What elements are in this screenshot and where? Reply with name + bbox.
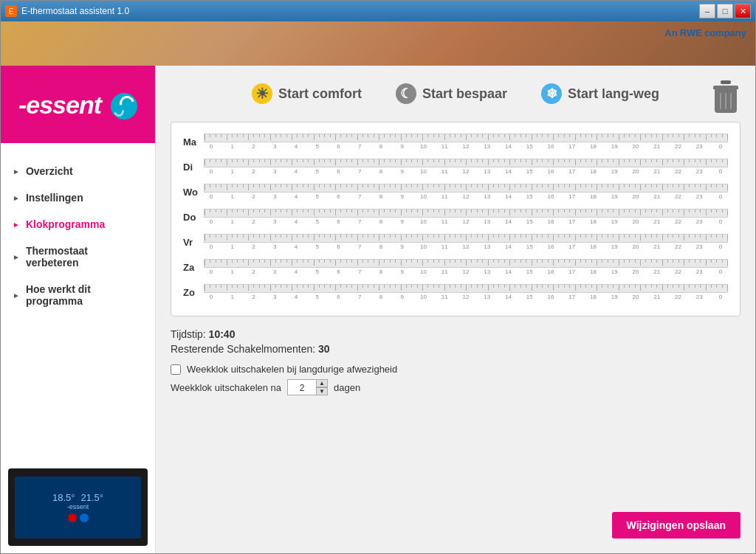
- timeline-hour: 8: [374, 269, 388, 275]
- timeline-hour: 0: [204, 143, 219, 150]
- timeline-hour: 12: [458, 143, 473, 150]
- trash-button[interactable]: [711, 80, 740, 113]
- timeline-hour: 5: [310, 193, 325, 200]
- sidebar-item-hoe-werkt[interactable]: ► Hoe werkt dit programma: [1, 276, 155, 314]
- sidebar-item-thermostaat[interactable]: ► Thermostaat verbeteren: [1, 238, 155, 276]
- timeline-hour: 16: [543, 218, 558, 225]
- timeline-hour: 9: [395, 294, 410, 300]
- timeline-hour: 9: [395, 243, 410, 250]
- thermo-temps: 18.5° 21.5°: [52, 492, 103, 503]
- days-input[interactable]: 2: [287, 379, 317, 395]
- timeline-hour: 13: [480, 218, 495, 225]
- timeline-hour: 0: [204, 269, 219, 275]
- timeline-hour: 19: [607, 168, 622, 175]
- snowflake-icon: ❄: [541, 83, 562, 104]
- thermo-temp1: 18.5°: [52, 492, 75, 503]
- timeline-hour: 19: [607, 269, 622, 275]
- timeline-hour: 8: [374, 168, 388, 175]
- timeline-hour: 16: [543, 168, 558, 175]
- maximize-button[interactable]: □: [717, 4, 733, 18]
- main-window: E E-thermostaat assistent 1.0 – □ ✕ An R…: [0, 0, 756, 554]
- timeline-hour: 22: [671, 243, 686, 250]
- window-title: E-thermostaat assistent 1.0: [21, 6, 129, 16]
- timeline-hour: 2: [247, 193, 261, 200]
- timeline-bar-za[interactable]: [204, 259, 728, 268]
- days-spinner[interactable]: 2 ▲ ▼: [287, 379, 328, 395]
- timeline-bar-di[interactable]: [204, 159, 728, 167]
- timeline-hour: 3: [267, 243, 282, 250]
- timeline-hour: 4: [289, 269, 303, 275]
- timeline-bar-zo[interactable]: [204, 284, 728, 293]
- timeline-numbers-ma: 012345678910111213141516171819202122230: [204, 143, 728, 150]
- timeline-hour: 22: [671, 218, 686, 225]
- timeline-vr[interactable]: 012345678910111213141516171819202122230: [204, 234, 728, 250]
- timeline-bar-do[interactable]: [204, 209, 728, 218]
- thermo-btn-plus[interactable]: [80, 513, 89, 522]
- mode-langweg-button[interactable]: ❄ Start lang-weg: [535, 80, 665, 107]
- timeline-hour: 11: [437, 143, 452, 150]
- timeline-hour: 4: [289, 143, 303, 150]
- day-label-do: Do: [183, 212, 204, 223]
- timeline-hour: 9: [395, 168, 410, 175]
- timeline-hour: 0: [204, 243, 219, 250]
- moon-icon: ☾: [396, 83, 416, 104]
- sun-icon: ☀: [252, 83, 272, 104]
- timeline-hour: 12: [458, 193, 473, 200]
- timeline-hour: 2: [247, 168, 261, 175]
- timeline-bar-wo[interactable]: [204, 184, 728, 193]
- weekklok-checkbox[interactable]: [171, 364, 181, 375]
- sidebar-item-instellingen[interactable]: ► Instellingen: [1, 184, 155, 211]
- timeline-hour: 0: [713, 294, 728, 300]
- weekklok-section: Weekklok uitschakelen bij langdurige afw…: [171, 364, 740, 395]
- minimize-button[interactable]: –: [699, 4, 715, 18]
- close-button[interactable]: ✕: [735, 4, 751, 18]
- nav-arrow-thermostaat: ►: [13, 253, 20, 261]
- timeline-hour: 10: [416, 218, 431, 225]
- rwe-logo: RWE: [680, 27, 702, 38]
- timeline-wo[interactable]: 012345678910111213141516171819202122230: [204, 184, 728, 200]
- spin-up-arrow[interactable]: ▲: [316, 379, 328, 387]
- trash-line-1: [720, 93, 721, 109]
- mode-comfort-button[interactable]: ☀ Start comfort: [246, 80, 368, 107]
- timeline-numbers-di: 012345678910111213141516171819202122230: [204, 168, 728, 175]
- timeline-bar-ma[interactable]: [204, 134, 728, 142]
- mode-bespaar-button[interactable]: ☾ Start bespaar: [390, 80, 513, 107]
- app-icon: E: [5, 5, 17, 17]
- timeline-hour: 5: [310, 143, 325, 150]
- timeline-hour: 9: [395, 143, 410, 150]
- save-button[interactable]: Wijzigingen opslaan: [612, 512, 740, 539]
- tijdstip-label: Tijdstip:: [171, 328, 209, 340]
- timeline-hour: 16: [543, 294, 558, 300]
- timeline-hour: 16: [543, 143, 558, 150]
- thermo-btn-minus[interactable]: [68, 513, 77, 522]
- timeline-hour: 19: [607, 218, 622, 225]
- timeline-numbers-vr: 012345678910111213141516171819202122230: [204, 243, 728, 250]
- timeline-hour: 11: [437, 243, 452, 250]
- timeline-hour: 19: [607, 193, 622, 200]
- weekklok-days-prefix: Weekklok uitschakelen na: [171, 382, 281, 393]
- timeline-hour: 6: [331, 294, 346, 300]
- timeline-hour: 6: [331, 218, 346, 225]
- spin-down-arrow[interactable]: ▼: [316, 387, 328, 395]
- timeline-numbers-wo: 012345678910111213141516171819202122230: [204, 193, 728, 200]
- timeline-hour: 1: [225, 193, 240, 200]
- timeline-zo[interactable]: 012345678910111213141516171819202122230: [204, 284, 728, 300]
- timeline-ma[interactable]: 012345678910111213141516171819202122230: [204, 134, 728, 150]
- timeline-hour: 21: [650, 168, 664, 175]
- tijdstip-value: 10:40: [209, 328, 236, 340]
- timeline-hour: 2: [247, 143, 261, 150]
- timeline-di[interactable]: 012345678910111213141516171819202122230: [204, 159, 728, 175]
- timeline-hour: 8: [374, 243, 388, 250]
- sidebar-item-overzicht[interactable]: ► Overzicht: [1, 158, 155, 184]
- timeline-do[interactable]: 012345678910111213141516171819202122230: [204, 209, 728, 225]
- nav-label-overzicht: Overzicht: [26, 165, 73, 177]
- timeline-za[interactable]: 012345678910111213141516171819202122230: [204, 259, 728, 275]
- schedule-row-do: Do01234567891011121314151617181920212223…: [183, 207, 728, 227]
- mode-comfort-label: Start comfort: [278, 86, 362, 102]
- timeline-hour: 10: [416, 143, 431, 150]
- timeline-bar-vr[interactable]: [204, 234, 728, 243]
- timeline-hour: 8: [374, 193, 388, 200]
- timeline-hour: 4: [289, 243, 303, 250]
- timeline-hour: 10: [416, 168, 431, 175]
- sidebar-item-klokprogramma[interactable]: ► Klokprogramma: [1, 211, 155, 238]
